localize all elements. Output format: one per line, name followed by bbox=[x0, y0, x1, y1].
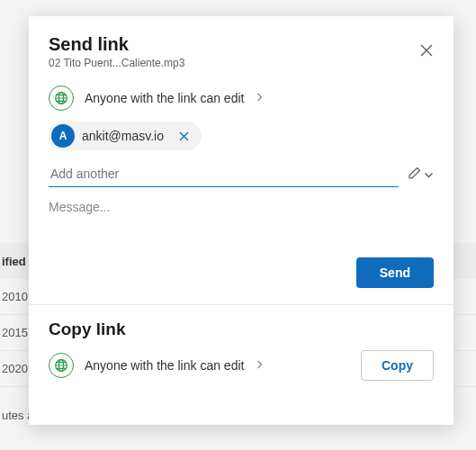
edit-permission-button[interactable] bbox=[408, 166, 434, 184]
chevron-right-icon bbox=[256, 360, 263, 371]
send-button[interactable]: Send bbox=[356, 257, 434, 288]
share-dialog: Send link 02 Tito Puent...Caliente.mp3 A… bbox=[29, 16, 454, 425]
copy-link-title: Copy link bbox=[49, 320, 434, 339]
copy-permission-text: Anyone with the link can edit bbox=[85, 358, 244, 373]
globe-icon bbox=[49, 353, 74, 378]
remove-recipient-button[interactable] bbox=[175, 126, 194, 146]
chevron-down-icon bbox=[424, 166, 434, 183]
close-icon bbox=[420, 44, 433, 60]
dialog-filename: 02 Tito Puent...Caliente.mp3 bbox=[49, 57, 434, 69]
copy-button[interactable]: Copy bbox=[361, 350, 434, 381]
recipient-chip: A ankit@masv.io bbox=[49, 122, 202, 150]
copy-link-permission-row[interactable]: Anyone with the link can edit bbox=[49, 353, 263, 378]
close-icon bbox=[179, 131, 189, 141]
pencil-icon bbox=[408, 166, 422, 184]
link-permission-row[interactable]: Anyone with the link can edit bbox=[29, 78, 454, 122]
chevron-right-icon bbox=[256, 93, 263, 104]
avatar: A bbox=[51, 124, 75, 148]
add-recipient-input[interactable] bbox=[49, 161, 399, 187]
globe-icon bbox=[49, 86, 74, 111]
message-input[interactable] bbox=[49, 200, 434, 245]
recipient-email: ankit@masv.io bbox=[82, 129, 164, 143]
close-button[interactable] bbox=[414, 40, 439, 65]
dialog-title: Send link bbox=[49, 34, 434, 55]
permission-text: Anyone with the link can edit bbox=[85, 91, 244, 105]
